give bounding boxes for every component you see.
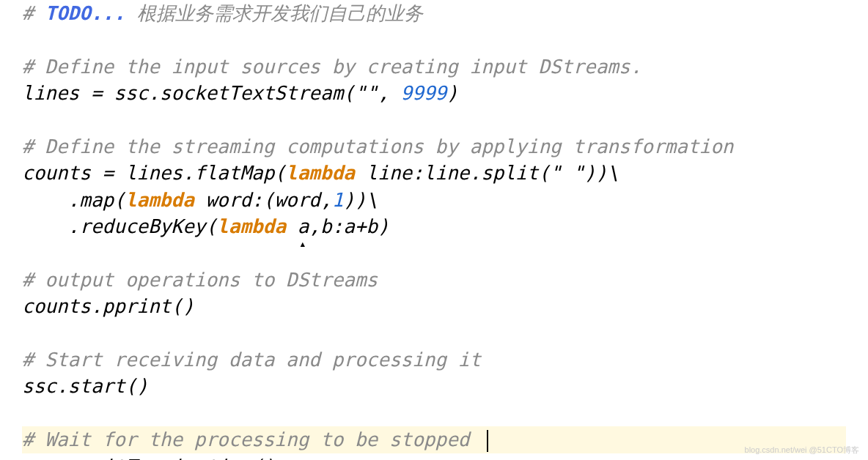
code-text: ))\	[343, 189, 378, 211]
todo-marker: TODO...	[34, 2, 125, 24]
code-text: ))\	[584, 162, 619, 184]
blank-line	[22, 107, 846, 133]
mouse-pointer-icon: ▴	[299, 236, 306, 252]
code-text: .map(	[22, 189, 125, 211]
code-line-map: .map(lambda word:(word,1))\	[22, 187, 846, 213]
comment-text: # Start receiving data and processing it	[22, 349, 481, 371]
comment-output-ops: # output operations to DStreams	[22, 267, 846, 293]
comment-chinese: 根据业务需求开发我们自己的业务	[125, 2, 423, 24]
code-text: ,	[378, 82, 400, 104]
code-line-start: ssc.start()	[22, 373, 846, 399]
blank-line	[22, 400, 846, 426]
blank-line	[22, 240, 846, 267]
code-line-await: ssc.awaitTermination()	[22, 453, 846, 460]
comment-define-streaming: # Define the streaming computations by a…	[22, 133, 846, 160]
current-line-highlighted: # Wait for the processing to be stopped	[22, 426, 846, 453]
lambda-keyword: lambda	[217, 215, 286, 237]
lambda-keyword: lambda	[286, 162, 355, 184]
code-text: word:(word,	[194, 189, 332, 211]
string-literal: " "	[550, 162, 584, 184]
code-text: ssc.start()	[22, 375, 148, 397]
code-line-todo: # TODO... 根据业务需求开发我们自己的业务	[22, 0, 846, 26]
comment-start-receiving: # Start receiving data and processing it	[22, 346, 846, 373]
code-text: line:line.split(	[355, 162, 550, 184]
blank-line	[22, 320, 846, 346]
code-text: lines = ssc.socketTextStream(	[22, 82, 355, 104]
watermark-text: blog.csdn.net/wei @51CTO博客	[745, 445, 859, 456]
code-line-pprint: counts.pprint()	[22, 293, 846, 319]
text-cursor	[487, 430, 488, 452]
code-editor[interactable]: # TODO... 根据业务需求开发我们自己的业务 # Define the i…	[22, 0, 846, 460]
code-text: counts = lines.flatMap(	[22, 162, 286, 184]
comment-text: # Define the input sources by creating i…	[22, 56, 641, 78]
comment-text: # Wait for the processing to be stopped	[22, 429, 481, 450]
comment-define-input: # Define the input sources by creating i…	[22, 53, 846, 80]
code-text: )	[446, 82, 458, 104]
number-literal: 9999	[401, 82, 447, 104]
comment-text: # Define the streaming computations by a…	[22, 136, 734, 157]
number-literal: 1	[332, 189, 344, 211]
code-line-counts-def: counts = lines.flatMap(lambda line:line.…	[22, 160, 846, 186]
string-literal: ""	[355, 82, 378, 104]
lambda-keyword: lambda	[125, 189, 194, 211]
code-text: .reduceByKey(	[22, 215, 217, 237]
code-line-lines-def: lines = ssc.socketTextStream("", 9999)	[22, 80, 846, 106]
comment-text: # output operations to DStreams	[22, 269, 378, 291]
code-text: ssc.awaitTermination()	[22, 456, 274, 460]
code-line-reduce: .reduceByKey(lambda a,b:a+b)	[22, 213, 846, 240]
comment-hash: #	[22, 2, 34, 24]
blank-line	[22, 26, 846, 53]
code-text: counts.pprint()	[22, 295, 194, 317]
code-text: a,b:a+b)	[286, 215, 389, 237]
